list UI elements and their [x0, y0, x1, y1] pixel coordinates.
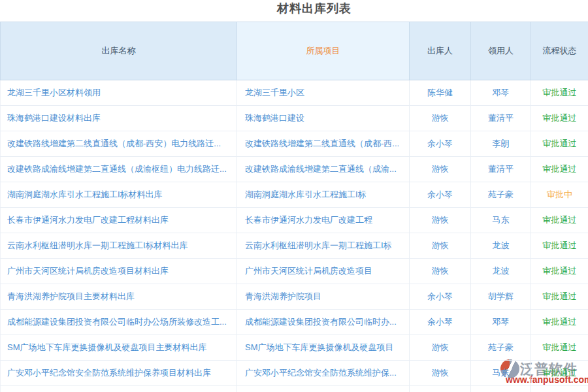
column-header-project[interactable]: 所属项目 — [237, 22, 410, 80]
cell-recipient: 董清平 — [471, 106, 531, 131]
table-row[interactable]: 改建铁路线增建第二线直通线（成都-西安）电力线路迁... 改建铁路线增建第二线直… — [1, 131, 588, 157]
table-row[interactable]: 珠海鹤港口建设材料出库 珠海鹤港口建设 游恢 董清平 审批通过 — [1, 106, 588, 131]
cell-person-out: 陈华健 — [410, 80, 471, 106]
cell-project[interactable]: 湖南洞庭湖水库引水工程施工I标 — [237, 182, 410, 208]
cell-name[interactable]: SM广场地下车库更换摄像机及硬盘项目主要材料出库 — [1, 335, 237, 361]
cell-person-out: 余小琴 — [410, 131, 471, 157]
cell-person-out: 游恢 — [410, 106, 471, 131]
cell-person-out: 余小琴 — [410, 182, 471, 208]
cell-name[interactable]: 广州市天河区统计局机房改造项目材料出库 — [1, 259, 237, 284]
cell-person-out: 余小琴 — [410, 310, 471, 335]
cell-person-out: 游恢 — [410, 386, 471, 392]
cell-recipient: 胡学辉 — [471, 284, 531, 310]
cell-status: 审批通过 — [531, 310, 588, 335]
cell-recipient: 邓琴 — [471, 310, 531, 335]
cell-project[interactable]: 成都能源建设集团投资有限公司临时办... — [237, 310, 410, 335]
column-header-outbound-person[interactable]: 出库人 — [410, 22, 471, 80]
cell-name[interactable]: 成都能源建设集团投资有限公司临时办公场所装修改造工... — [1, 310, 237, 335]
cell-person-out: 余小琴 — [410, 284, 471, 310]
table-body: 龙湖三千里小区材料领用 龙湖三千里小区 陈华健 邓琴 审批通过 珠海鹤港口建设材… — [1, 80, 588, 392]
table-row[interactable]: 广安邓小平纪念馆安全防范系统维护保养项目材料出库 广安邓小平纪念馆安全防范系统维… — [1, 361, 588, 386]
material-outbound-table: 出库名称 所属项目 出库人 领用人 流程状态 龙湖三千里小区材料领用 龙湖三千里… — [0, 22, 588, 392]
cell-recipient: 董清平 — [471, 157, 531, 182]
table-row[interactable]: 广州市天河区统计局机房改造项目材料出库 广州市天河区统计局机房改造项目 游恢 龙… — [1, 259, 588, 284]
cell-status: 审批通过 — [531, 131, 588, 157]
cell-recipient: 龙波 — [471, 259, 531, 284]
cell-status: 审批通过 — [531, 259, 588, 284]
cell-project[interactable]: SM广场地下车库更换摄像机及硬盘项目 — [237, 335, 410, 361]
table-row[interactable]: 长春市伊通河水力发电厂改建工程材料出库 长春市伊通河水力发电厂改建工程 游恢 马… — [1, 208, 588, 233]
cell-project[interactable]: 云南水利枢纽潜明水库一期工程施工I标 — [237, 233, 410, 259]
cell-recipient: 龙波 — [471, 233, 531, 259]
cell-recipient: 邓琴 — [471, 80, 531, 106]
cell-status: 审批通过 — [531, 361, 588, 386]
cell-name[interactable]: 湖南洞庭湖水库引水工程施工I标材料出库 — [1, 182, 237, 208]
cell-status: 审批通过 — [531, 233, 588, 259]
cell-name[interactable]: 青海洪湖养护院项目主要材料出库 — [1, 284, 237, 310]
cell-person-out: 游恢 — [410, 259, 471, 284]
table-row[interactable]: SM广场地下车库更换摄像机及硬盘项目主要材料出库 SM广场地下车库更换摄像机及硬… — [1, 335, 588, 361]
cell-project[interactable]: 广安邓小平纪念馆安全防范系统维护保... — [237, 361, 410, 386]
cell-status: 审批通过 — [531, 386, 588, 392]
cell-project[interactable]: 青海洪湖养护院项目 — [237, 284, 410, 310]
column-header-outbound-name[interactable]: 出库名称 — [1, 22, 237, 80]
cell-status: 审批中 — [531, 182, 588, 208]
cell-recipient: 苑子豪 — [471, 335, 531, 361]
cell-name[interactable]: 龙湖三千里小区材料领用 — [1, 80, 237, 106]
cell-project[interactable]: 广州市文物考古工地安防系统设备保修 — [237, 386, 410, 392]
cell-recipient: 苑子豪 — [471, 182, 531, 208]
cell-status: 审批通过 — [531, 335, 588, 361]
cell-status: 审批通过 — [531, 208, 588, 233]
cell-person-out: 游恢 — [410, 335, 471, 361]
cell-person-out: 游恢 — [410, 157, 471, 182]
cell-project[interactable]: 改建铁路线增建第二线直通线（成都-西... — [237, 131, 410, 157]
cell-person-out: 游恢 — [410, 233, 471, 259]
cell-recipient: 马东 — [471, 208, 531, 233]
cell-name[interactable]: 广州市文物考古工地安防系统设备保修材料出库 — [1, 386, 237, 392]
table-row[interactable]: 云南水利枢纽潜明水库一期工程施工I标材料出库 云南水利枢纽潜明水库一期工程施工I… — [1, 233, 588, 259]
cell-name[interactable]: 广安邓小平纪念馆安全防范系统维护保养项目材料出库 — [1, 361, 237, 386]
cell-status: 审批通过 — [531, 284, 588, 310]
cell-name[interactable]: 云南水利枢纽潜明水库一期工程施工I标材料出库 — [1, 233, 237, 259]
cell-project[interactable]: 珠海鹤港口建设 — [237, 106, 410, 131]
cell-status: 审批通过 — [531, 157, 588, 182]
cell-status: 审批通过 — [531, 80, 588, 106]
cell-person-out: 游恢 — [410, 361, 471, 386]
cell-name[interactable]: 改建铁路成渝线增建第二直通线（成渝枢纽）电力线路迁... — [1, 157, 237, 182]
table-row[interactable]: 龙湖三千里小区材料领用 龙湖三千里小区 陈华健 邓琴 审批通过 — [1, 80, 588, 106]
table-header-row: 出库名称 所属项目 出库人 领用人 流程状态 — [1, 22, 588, 80]
table-row[interactable]: 湖南洞庭湖水库引水工程施工I标材料出库 湖南洞庭湖水库引水工程施工I标 余小琴 … — [1, 182, 588, 208]
table-row[interactable]: 改建铁路成渝线增建第二直通线（成渝枢纽）电力线路迁... 改建铁路成渝线增建第二… — [1, 157, 588, 182]
cell-name[interactable]: 珠海鹤港口建设材料出库 — [1, 106, 237, 131]
cell-recipient: 李朗 — [471, 131, 531, 157]
cell-name[interactable]: 长春市伊通河水力发电厂改建工程材料出库 — [1, 208, 237, 233]
cell-project[interactable]: 改建铁路成渝线增建第二直通线（成渝... — [237, 157, 410, 182]
cell-recipient: 马东 — [471, 361, 531, 386]
cell-name[interactable]: 改建铁路线增建第二线直通线（成都-西安）电力线路迁... — [1, 131, 237, 157]
cell-recipient: 龙波 — [471, 386, 531, 392]
cell-project[interactable]: 广州市天河区统计局机房改造项目 — [237, 259, 410, 284]
column-header-status[interactable]: 流程状态 — [531, 22, 588, 80]
column-header-recipient[interactable]: 领用人 — [471, 22, 531, 80]
cell-project[interactable]: 长春市伊通河水力发电厂改建工程 — [237, 208, 410, 233]
cell-person-out: 游恢 — [410, 208, 471, 233]
cell-project[interactable]: 龙湖三千里小区 — [237, 80, 410, 106]
cell-status: 审批通过 — [531, 106, 588, 131]
table-row[interactable]: 青海洪湖养护院项目主要材料出库 青海洪湖养护院项目 余小琴 胡学辉 审批通过 — [1, 284, 588, 310]
table-row[interactable]: 成都能源建设集团投资有限公司临时办公场所装修改造工... 成都能源建设集团投资有… — [1, 310, 588, 335]
table-row[interactable]: 广州市文物考古工地安防系统设备保修材料出库 广州市文物考古工地安防系统设备保修 … — [1, 386, 588, 392]
page-title: 材料出库列表 — [0, 0, 588, 17]
